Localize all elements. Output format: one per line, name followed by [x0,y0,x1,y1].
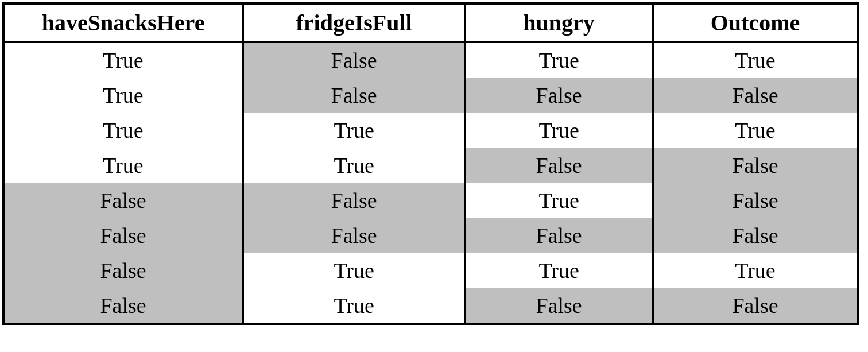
cell: True [466,253,652,288]
cell: False [244,218,464,253]
column-fridgeIsFull: fridgeIsFull False False True True False… [242,2,466,325]
cell: True [466,113,652,148]
cell: False [654,183,857,218]
cell: True [466,183,652,218]
cell: True [244,253,464,288]
cell: False [654,288,857,323]
cell: False [654,218,857,253]
header-hungry: hungry [466,5,652,42]
header-fridgeIsFull: fridgeIsFull [244,5,464,42]
cell: True [5,42,242,78]
cell: False [5,183,242,218]
truth-table: haveSnacksHere True True True True False… [2,2,866,325]
cell: False [466,148,652,183]
cell: False [654,78,857,113]
cell: True [5,148,242,183]
cell: False [5,288,242,323]
column-outcome: Outcome True False True False False Fals… [652,2,859,325]
column-haveSnacksHere: haveSnacksHere True True True True False… [2,2,244,325]
cell: True [244,288,464,323]
cell: True [244,148,464,183]
cell: True [5,78,242,113]
cell: True [654,113,857,148]
cell: False [654,148,857,183]
cell: False [244,183,464,218]
cell: False [466,288,652,323]
cell: False [466,78,652,113]
cell: False [5,253,242,288]
cell: False [244,42,464,78]
cell: True [654,253,857,288]
header-outcome: Outcome [654,5,857,42]
cell: True [5,113,242,148]
cell: False [5,218,242,253]
cell: True [244,113,464,148]
column-hungry: hungry True False True False True False … [464,2,654,325]
cell: False [466,218,652,253]
cell: True [466,42,652,78]
cell: True [654,42,857,78]
cell: False [244,78,464,113]
header-haveSnacksHere: haveSnacksHere [5,5,242,42]
